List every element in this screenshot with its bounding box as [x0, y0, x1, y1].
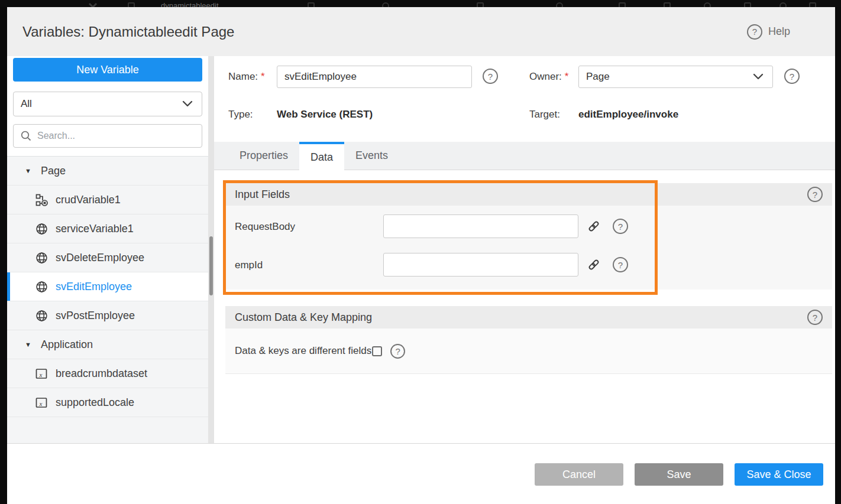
input-fields-help-icon[interactable]: ? — [807, 187, 823, 202]
sidebar-item-svdeleteemployee[interactable]: svDeleteEmployee — [7, 243, 208, 272]
requestbody-input[interactable] — [383, 214, 578, 238]
variables-list: ▼ Page crudVariable1 serviceVariable1 — [7, 156, 208, 443]
triangle-down-icon: ▼ — [25, 167, 31, 174]
background-icon — [664, 2, 671, 7]
link-icon[interactable] — [587, 220, 600, 233]
type-value: Web Service (REST) — [277, 109, 373, 121]
service-variable-icon — [35, 281, 48, 293]
help-button[interactable]: ? Help — [747, 24, 790, 40]
variable-label: crudVariable1 — [56, 194, 121, 206]
circle-question-icon: ? — [747, 24, 762, 40]
empid-label: empId — [235, 259, 263, 271]
dialog-footer: Cancel Save Save & Close — [7, 443, 835, 504]
background-icon — [382, 2, 389, 7]
service-variable-icon — [35, 310, 48, 322]
section-title: Input Fields — [235, 188, 290, 201]
background-icon — [744, 2, 751, 7]
tab-data[interactable]: Data — [299, 142, 344, 171]
variable-label: svDeleteEmployee — [56, 252, 144, 264]
variable-label: breadcrumbdataset — [56, 368, 147, 380]
save-close-button[interactable]: Save & Close — [735, 463, 823, 486]
name-input[interactable] — [277, 66, 472, 88]
scrollbar-thumb[interactable] — [209, 236, 213, 295]
different-fields-row: Data & keys are different fields ? — [225, 329, 832, 373]
empid-input[interactable] — [383, 253, 578, 277]
type-label: Type: — [228, 109, 253, 121]
dialog-title: Variables: Dynamictableedit Page — [22, 24, 234, 40]
variable-label: serviceVariable1 — [56, 223, 134, 235]
background-page-name: dynamictableedit — [161, 1, 219, 7]
triangle-down-icon: ▼ — [25, 341, 31, 348]
sidebar-scrollbar[interactable] — [208, 56, 214, 443]
background-icon — [809, 2, 816, 7]
owner-value: Page — [586, 71, 610, 83]
background-app-bar: dynamictableedit — [0, 0, 841, 7]
owner-help-icon[interactable]: ? — [784, 69, 800, 84]
screen: dynamictableedit Variables: Dynamictable… — [0, 0, 841, 504]
sidebar-item-sveditemployee[interactable]: svEditEmployee — [7, 272, 208, 301]
variables-dialog: Variables: Dynamictableedit Page ? Help … — [7, 7, 835, 504]
background-icon — [477, 2, 484, 7]
name-help-icon[interactable]: ? — [483, 69, 498, 84]
different-fields-help-icon[interactable]: ? — [390, 344, 405, 359]
dialog-header: Variables: Dynamictableedit Page ? Help — [7, 7, 835, 56]
variable-search[interactable] — [13, 124, 202, 148]
background-icon — [556, 2, 563, 7]
different-fields-checkbox[interactable] — [372, 346, 382, 356]
variable-filter-value: All — [21, 98, 32, 110]
empid-help-icon[interactable]: ? — [613, 257, 628, 272]
dialog-body: New Variable All ▼ Page — [7, 56, 835, 443]
name-label: Name:* — [228, 71, 265, 83]
variable-detail-panel: Name:* ? Owner:* Page ? Type: Web Servic… — [214, 56, 835, 443]
variable-label: svEditEmployee — [56, 281, 132, 293]
custom-mapping-help-icon[interactable]: ? — [807, 310, 823, 325]
model-variable-icon — [35, 396, 48, 409]
requestbody-label: RequestBody — [235, 221, 295, 233]
input-fields-header: Input Fields ? — [225, 183, 832, 206]
sidebar-item-breadcrumbdataset[interactable]: breadcrumbdataset — [7, 359, 208, 388]
new-variable-button[interactable]: New Variable — [13, 58, 202, 82]
group-label: Application — [41, 339, 93, 351]
chevron-down-icon — [180, 97, 195, 111]
variable-label: supportedLocale — [56, 396, 134, 409]
sidebar-group-page[interactable]: ▼ Page — [7, 157, 208, 186]
background-icon — [704, 2, 711, 7]
required-mark: * — [261, 71, 265, 82]
requestbody-help-icon[interactable]: ? — [613, 219, 628, 234]
input-fields-body: RequestBody ? empId ? — [225, 206, 832, 290]
group-label: Page — [41, 165, 66, 177]
variable-label: svPostEmployee — [56, 310, 135, 322]
sidebar-group-application[interactable]: ▼ Application — [7, 330, 208, 359]
background-icon — [619, 2, 626, 7]
service-variable-icon — [35, 252, 48, 264]
save-button[interactable]: Save — [635, 463, 723, 486]
sidebar-content: New Variable All ▼ Page — [7, 56, 208, 443]
section-title: Custom Data & Key Mapping — [235, 311, 372, 324]
sidebar-item-servicevariable1[interactable]: serviceVariable1 — [7, 214, 208, 243]
target-value: editEmployee/invoke — [578, 109, 678, 121]
link-icon[interactable] — [587, 258, 600, 271]
help-label: Help — [768, 25, 790, 38]
owner-label: Owner:* — [529, 71, 568, 83]
variable-filter-select[interactable]: All — [13, 92, 202, 116]
owner-select[interactable]: Page — [578, 66, 773, 88]
background-caret-icon — [89, 0, 97, 7]
sidebar-item-supportedlocale[interactable]: supportedLocale — [7, 388, 208, 417]
custom-mapping-header: Custom Data & Key Mapping ? — [225, 306, 832, 329]
target-label: Target: — [529, 109, 560, 121]
tab-events[interactable]: Events — [344, 142, 399, 170]
crud-variable-icon — [35, 194, 48, 206]
sidebar-item-crudvariable1[interactable]: crudVariable1 — [7, 186, 208, 214]
search-input[interactable] — [37, 131, 195, 141]
detail-tabbar: Properties Data Events — [214, 142, 835, 170]
required-mark: * — [565, 71, 569, 82]
background-icon — [128, 2, 135, 7]
tab-properties[interactable]: Properties — [228, 142, 299, 170]
sidebar-item-svpostemployee[interactable]: svPostEmployee — [7, 301, 208, 330]
custom-mapping-section: Custom Data & Key Mapping ? Data & keys … — [225, 306, 832, 374]
chevron-down-icon — [751, 70, 765, 84]
background-icon — [779, 2, 787, 7]
model-variable-icon — [35, 368, 48, 380]
cancel-button[interactable]: Cancel — [535, 463, 623, 486]
search-icon — [20, 130, 32, 142]
